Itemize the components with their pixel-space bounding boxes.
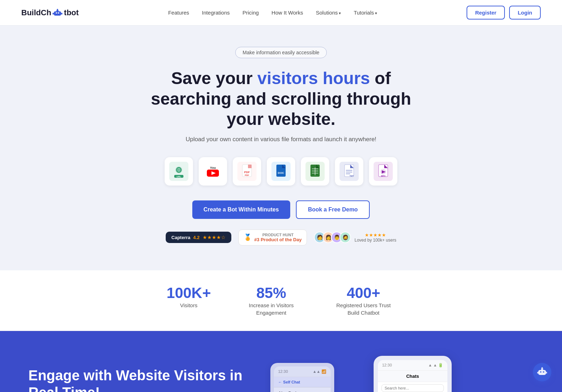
stat-engagement-label: Increase in Visitors Engagement [239, 302, 303, 316]
hero-cta: Create a Bot Within Minutes Book a Free … [14, 200, 548, 219]
file-format-sheets [301, 157, 329, 186]
pdf-icon: PDF PDF [237, 162, 257, 181]
users-badge: 🧑 👩 👨 🧔 ★★★★★ Loved by 100k+ users [314, 232, 396, 243]
phone-time: 12:30 [382, 363, 392, 368]
phone-small-time: 12:30 [278, 369, 288, 374]
stats-bar: 100K+ Visitors 85% Increase in Visitors … [0, 270, 562, 331]
phone-search-input[interactable] [381, 384, 444, 392]
nav-item-integrations[interactable]: Integrations [202, 10, 230, 16]
nav-item-features[interactable]: Features [168, 10, 189, 16]
logo-text-after: tbot [64, 8, 79, 17]
stat-visitors: 100K+ Visitors [167, 285, 211, 316]
hero-title: Save your visitors hours of searching an… [146, 68, 416, 129]
navbar: BuildCh tbot Features Integrations Prici… [0, 0, 562, 26]
phone-main: 12:30 ▲ ▲ 🔋 Chats All Chatbot All Conver… [374, 356, 452, 392]
file-format-youtube: You [199, 157, 227, 186]
create-bot-button[interactable]: Create a Bot Within Minutes [192, 200, 290, 219]
engage-title: Engage with Website Visitors in Real Tim… [28, 367, 270, 392]
producthunt-rank: #3 Product of the Day [254, 237, 302, 242]
svg-point-53 [541, 367, 543, 369]
file-format-url: URL [165, 157, 193, 186]
svg-text:URL: URL [177, 176, 181, 178]
hero-section: Make information easily accessible Save … [0, 26, 562, 270]
svg-rect-0 [54, 11, 61, 16]
users-label: Loved by 100k+ users [354, 238, 396, 243]
stat-users-label: Registered Users Trust Build Chatbot [331, 302, 395, 316]
nav-item-howitworks[interactable]: How It Works [271, 10, 303, 16]
phone-small-topbar: 12:30 ▲▲ 📶 [274, 366, 331, 377]
svg-rect-5 [53, 13, 54, 15]
hero-badge: Make information easily accessible [235, 47, 327, 58]
logo[interactable]: BuildCh tbot [21, 8, 79, 17]
nav-links: Features Integrations Pricing How It Wor… [168, 10, 377, 16]
logo-text-before: BuildCh [21, 8, 51, 17]
chatbot-fab-icon [537, 367, 547, 377]
phone-small-back[interactable]: ← Self Chat [274, 377, 331, 387]
capterra-label: Capterra [171, 235, 190, 240]
engage-visual: 12:30 ▲▲ 📶 ← Self Chat Alex Parker What … [292, 356, 534, 392]
file-format-doc: DOC [267, 157, 295, 186]
register-button[interactable]: Register [467, 6, 505, 20]
svg-rect-22 [248, 165, 252, 168]
hero-subtitle: Upload your own content in various file … [14, 136, 548, 143]
svg-text:You: You [210, 166, 216, 170]
svg-rect-26 [276, 165, 286, 177]
capterra-stars: ★★★★☆ [203, 234, 226, 240]
file-format-txt: TXT [335, 157, 363, 186]
avatar-stack: 🧑 👩 👨 🧔 [314, 232, 351, 243]
file-format-pdf: PDF PDF [233, 157, 261, 186]
mp4-icon: MP4 [374, 162, 393, 181]
nav-item-pricing[interactable]: Pricing [243, 10, 259, 16]
svg-point-4 [57, 9, 58, 10]
login-button[interactable]: Login [509, 6, 541, 20]
svg-text:PDF: PDF [244, 171, 250, 174]
nav-item-solutions[interactable]: Solutions [316, 10, 341, 16]
producthunt-label: PRODUCT HUNT [254, 233, 302, 237]
stat-engagement-number: 85% [239, 285, 303, 302]
phone-small: 12:30 ▲▲ 📶 ← Self Chat Alex Parker What … [270, 363, 334, 392]
svg-rect-49 [538, 370, 546, 375]
svg-rect-6 [61, 13, 62, 15]
phone-chats-title: Chats [378, 371, 447, 382]
file-format-mp4: MP4 [369, 157, 397, 186]
url-icon: URL [169, 162, 188, 181]
chatbot-fab[interactable] [533, 363, 551, 381]
txt-icon: TXT [340, 162, 359, 181]
svg-rect-2 [58, 12, 59, 13]
capterra-rating: 4.2 [193, 235, 200, 240]
avatar-4: 🧔 [340, 232, 351, 243]
nav-item-tutorials[interactable]: Tutorials [354, 10, 377, 16]
engage-text: Engage with Website Visitors in Real Tim… [28, 367, 270, 392]
social-proof: Capterra 4.2 ★★★★☆ 🏅 PRODUCT HUNT #3 Pro… [14, 230, 548, 245]
svg-text:MP4: MP4 [381, 175, 386, 177]
file-formats: URL You PDF PDF [14, 157, 548, 186]
hero-title-start: Save your [171, 69, 258, 88]
doc-icon: DOC [271, 162, 291, 181]
book-demo-button[interactable]: Book a Free Demo [296, 200, 370, 219]
phone-small-chat: Alex Parker What are Tesla's top safety … [274, 387, 331, 392]
nav-actions: Register Login [467, 6, 541, 20]
youtube-icon: You [203, 162, 222, 181]
svg-text:DOC: DOC [278, 171, 284, 175]
hero-title-accent: visitors hours [257, 69, 370, 88]
svg-rect-50 [540, 371, 541, 372]
users-stars: ★★★★★ [354, 232, 396, 238]
stat-users: 400+ Registered Users Trust Build Chatbo… [331, 285, 395, 316]
svg-rect-1 [56, 12, 57, 13]
svg-text:PDF: PDF [245, 174, 249, 176]
stat-engagement: 85% Increase in Visitors Engagement [239, 285, 303, 316]
stat-visitors-number: 100K+ [167, 285, 211, 302]
capterra-badge: Capterra 4.2 ★★★★☆ [166, 232, 231, 243]
svg-text:TXT: TXT [349, 175, 354, 177]
svg-rect-51 [543, 371, 544, 372]
phone-search[interactable] [378, 382, 447, 392]
stat-users-number: 400+ [331, 285, 395, 302]
svg-rect-55 [546, 372, 547, 374]
logo-robot-icon [53, 9, 62, 17]
stat-visitors-label: Visitors [167, 302, 211, 309]
svg-rect-54 [537, 372, 538, 374]
engage-section: Engage with Website Visitors in Real Tim… [0, 331, 562, 392]
producthunt-badge: 🏅 PRODUCT HUNT #3 Product of the Day [238, 230, 307, 245]
sheets-icon [305, 162, 325, 181]
producthunt-medal-icon: 🏅 [244, 233, 252, 241]
